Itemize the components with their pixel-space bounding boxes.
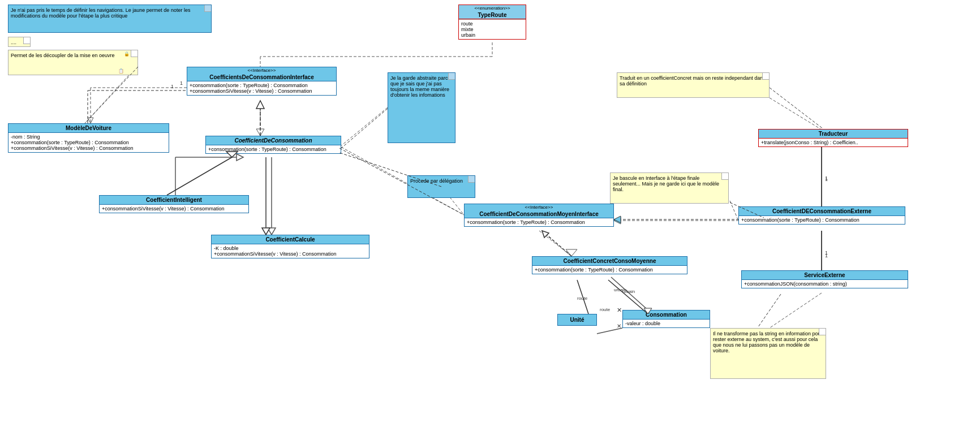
class-ServiceExterne: ServiceExterne +consommationJSON(consomm…	[741, 270, 908, 288]
class-name-ModeleDeVoiture: ModèleDeVoiture	[66, 125, 111, 131]
note-navigations: Je n'ai pas pris le temps de définir les…	[8, 5, 212, 33]
note-delegation: Procede par délégation	[407, 175, 475, 198]
class-name-ServiceExterne: ServiceExterne	[804, 272, 845, 278]
class-name-TypeRoute: TypeRoute	[478, 12, 507, 18]
enum-val-route: route	[461, 21, 523, 27]
class-CoefficientCalcule: CoefficientCalcule -K : double +consomma…	[211, 235, 369, 258]
attr-concret-consommation: +consommation(sorte : TypeRoute) : Conso…	[535, 267, 685, 273]
svg-text:1: 1	[825, 176, 828, 182]
class-CoefficientDeConsommationMoyenInterface: <<Interface>> CoefficientDeConsommationM…	[464, 204, 614, 227]
svg-text:1: 1	[825, 250, 828, 256]
stereotype-coeff-interface: <<Interface>>	[248, 68, 276, 73]
class-Unite: Unité	[557, 314, 597, 326]
attr-coeff-consommation: +consommation(sorte : TypeRoute) : Conso…	[208, 146, 338, 152]
svg-line-15	[339, 107, 388, 147]
class-TypeRoute: <<enumeration>> TypeRoute route mixte ur…	[458, 5, 526, 40]
svg-marker-13	[268, 228, 276, 235]
note-transforme: Il ne transforme pas la string en inform…	[710, 328, 826, 379]
attr-translate: +translate(jsonConso : String) : Coeffic…	[761, 140, 905, 145]
svg-line-58	[577, 280, 588, 314]
class-name-MoyenInterface: CoefficientDeConsommationMoyenInterface	[479, 211, 599, 217]
svg-text:route: route	[600, 307, 611, 312]
class-Consommation: Consommation -valeur : double	[622, 310, 710, 328]
svg-marker-8	[256, 129, 264, 136]
svg-line-53	[770, 88, 823, 129]
class-name-Traducteur: Traducteur	[819, 131, 848, 137]
svg-text:urbain: urbain	[614, 287, 626, 292]
class-name-CoefficientDeConsommation: CoefficientDeConsommation	[234, 137, 312, 144]
class-name-CoefficientCalcule: CoefficientCalcule	[265, 236, 315, 243]
svg-marker-35	[256, 101, 264, 109]
svg-marker-23	[566, 249, 577, 256]
svg-line-26	[597, 328, 622, 334]
class-CoefficientIntelligent: CoefficientIntelligent +consommationSiVi…	[99, 195, 249, 213]
attr-modele-consommation: +consommation(sorte : TypeRoute) : Conso…	[11, 140, 166, 145]
class-CoefficientDEConsommationExterne: CoefficientDEConsommationExterne +consom…	[738, 206, 905, 225]
svg-line-31	[770, 293, 822, 328]
class-name-coeff-interface: CoefficientsDeConsommationInterface	[209, 74, 313, 80]
svg-line-32	[730, 201, 738, 221]
enum-val-mixte: mixte	[461, 27, 523, 32]
stereotype-moyen-interface: <<Interface>>	[525, 205, 553, 210]
svg-line-52	[758, 294, 781, 327]
attr-service-consommation: +consommationJSON(consommation : string)	[744, 281, 905, 287]
svg-text:1: 1	[825, 175, 828, 181]
svg-text:✕: ✕	[617, 307, 622, 313]
svg-marker-5	[88, 118, 93, 123]
note-traduit: Traduit en un coefficientConcret mais on…	[617, 72, 770, 98]
note-decoupler: Permet de les découpler de la mise en oe…	[8, 50, 138, 75]
svg-text:1: 1	[825, 253, 828, 258]
svg-line-63	[341, 109, 388, 148]
note-dots: ....	[8, 37, 31, 47]
svg-line-39	[167, 157, 232, 195]
attr-externe-consommation: +consommation(sorte : TypeRoute) : Conso…	[741, 217, 902, 223]
diagram-canvas: 1 1 urbain route	[0, 0, 980, 440]
class-Traducteur: Traducteur +translate(jsonConso : String…	[758, 129, 908, 147]
svg-line-22	[539, 231, 571, 256]
class-CoefficientConcretConsoMoyenne: CoefficientConcretConsoMoyenne +consomma…	[532, 256, 687, 274]
note-abstraite: Je la garde abstraite parce que je sais …	[388, 72, 455, 143]
attr-consommation: +consommation(sorte : TypeRoute) : Conso…	[190, 83, 334, 88]
class-ModeleDeVoiture: ModèleDeVoiture -nom : String +consommat…	[8, 123, 169, 153]
svg-line-56	[608, 280, 648, 314]
svg-line-44	[542, 231, 571, 256]
svg-text:✕: ✕	[617, 323, 621, 329]
svg-text:route: route	[577, 296, 588, 301]
enum-val-urbain: urbain	[461, 32, 523, 38]
class-name-CoefficientIntelligent: CoefficientIntelligent	[146, 197, 202, 203]
svg-marker-42	[262, 228, 270, 235]
attr-moyen-consommation: +consommation(sorte : TypeRoute) : Conso…	[467, 219, 611, 225]
attr-nom: -nom : String	[11, 134, 166, 140]
svg-text:1: 1	[171, 84, 174, 89]
svg-marker-45	[542, 231, 549, 238]
svg-line-16	[770, 98, 820, 129]
attr-valeur: -valeur : double	[625, 321, 707, 326]
svg-line-55	[85, 67, 138, 123]
attr-calcule-consommation: +consommationSiVitesse(v : Vitesse) : Co…	[214, 251, 367, 257]
class-CoefficientsDeConsommationInterface: <<Interface>> CoefficientsDeConsommation…	[187, 67, 337, 96]
class-name-Consommation: Consommation	[646, 312, 687, 318]
note-bascule: Je bascule en Interface à l'étape finale…	[610, 172, 729, 204]
class-CoefficientDeConsommation: CoefficientDeConsommation +consommation(…	[205, 136, 341, 154]
svg-line-24	[611, 277, 648, 310]
stereotype-TypeRoute: <<enumeration>>	[474, 6, 510, 11]
svg-marker-11	[237, 154, 243, 161]
svg-marker-47	[614, 216, 621, 223]
class-name-ConcretConsoMoyenne: CoefficientConcretConsoMoyenne	[564, 258, 656, 264]
class-name-Unite: Unité	[570, 317, 584, 323]
attr-modele-consommationSiVitesse: +consommationSiVitesse(v : Vitesse) : Co…	[11, 145, 166, 151]
class-name-CoefficientDEConsommationExterne: CoefficientDEConsommationExterne	[772, 208, 871, 214]
svg-text:1: 1	[180, 80, 183, 86]
attr-intelligent-consommation: +consommationSiVitesse(v : Vitesse) : Co…	[102, 206, 246, 212]
attr-consommationSiVitesse: +consommationSiVitesse(v : Vitesse) : Co…	[190, 88, 334, 94]
attr-K: -K : double	[214, 245, 367, 251]
svg-text:urbain: urbain	[622, 289, 635, 294]
svg-marker-21	[614, 217, 621, 224]
